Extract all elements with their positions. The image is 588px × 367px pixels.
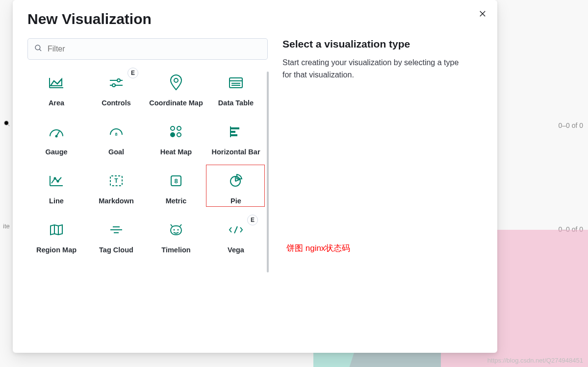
svg-point-9 <box>112 84 115 87</box>
bg-count-1: 0–0 of 0 <box>558 122 583 129</box>
viz-tile-label: Tag Cloud <box>87 246 145 254</box>
scroll-indicator[interactable] <box>267 72 269 272</box>
bg-search-icon <box>3 120 11 129</box>
metric-icon: 8 <box>169 174 183 190</box>
viz-type-grid: Area E Controls <box>27 69 268 254</box>
viz-tile-controls[interactable]: E Controls <box>87 69 145 107</box>
svg-point-16 <box>56 136 57 137</box>
timelion-icon <box>168 223 184 239</box>
pie-chart-icon <box>229 173 243 190</box>
viz-tile-markdown[interactable]: T Markdown <box>87 167 145 205</box>
line-chart-icon <box>49 174 64 190</box>
experimental-badge: E <box>128 68 138 78</box>
viz-tile-label: Metric <box>147 197 205 205</box>
viz-tile-timelion[interactable]: Timelion <box>147 216 205 254</box>
svg-point-19 <box>177 126 181 130</box>
viz-tile-label: Controls <box>87 99 145 107</box>
modal-title: New Visualization <box>27 11 483 27</box>
viz-tile-label: Vega <box>207 246 265 254</box>
new-visualization-modal: New Visualization Area <box>13 0 497 353</box>
search-icon <box>34 44 43 54</box>
viz-tile-heat-map[interactable]: Heat Map <box>147 118 205 156</box>
annotation-text: 饼图 nginx状态码 <box>286 243 350 254</box>
svg-rect-23 <box>230 127 239 129</box>
svg-line-5 <box>39 49 41 51</box>
region-map-icon <box>49 223 64 239</box>
horizontal-bar-icon <box>229 125 243 141</box>
svg-text:8: 8 <box>115 132 117 137</box>
svg-line-41 <box>234 226 237 233</box>
viz-tile-label: Gauge <box>27 148 85 156</box>
svg-point-10 <box>174 78 178 82</box>
svg-text:T: T <box>114 177 118 184</box>
viz-tile-label: Region Map <box>27 246 85 254</box>
tag-cloud-icon <box>108 224 125 237</box>
viz-tile-coordinate-map[interactable]: Coordinate Map <box>147 69 205 107</box>
viz-tile-gauge[interactable]: Gauge <box>27 118 85 156</box>
viz-tile-metric[interactable]: 8 Metric <box>147 167 205 205</box>
svg-point-26 <box>54 178 56 179</box>
viz-tile-label: Markdown <box>87 197 145 205</box>
close-button[interactable] <box>476 7 489 21</box>
svg-text:8: 8 <box>174 177 178 185</box>
viz-tile-label: Goal <box>87 148 145 156</box>
svg-point-18 <box>171 126 175 130</box>
area-chart-icon <box>48 76 65 92</box>
table-icon <box>228 76 244 91</box>
right-panel-body: Start creating your visualization by sel… <box>282 57 469 81</box>
watermark-text: https://blog.csdn.net/Q274948451 <box>487 357 583 364</box>
viz-tile-horizontal-bar[interactable]: Horizontal Bar <box>207 118 265 156</box>
svg-point-39 <box>174 229 175 231</box>
filter-input[interactable] <box>48 45 261 53</box>
svg-point-27 <box>57 181 59 182</box>
viz-tile-label: Line <box>27 197 85 205</box>
vega-icon <box>228 224 244 238</box>
viz-tile-region-map[interactable]: Region Map <box>27 216 85 254</box>
viz-tile-pie[interactable]: Pie <box>207 167 265 205</box>
viz-tile-label: Heat Map <box>147 148 205 156</box>
viz-tile-vega[interactable]: E Vega <box>207 216 265 254</box>
svg-rect-24 <box>230 131 235 133</box>
heatmap-icon <box>169 124 183 141</box>
experimental-badge: E <box>247 215 258 225</box>
viz-tile-label: Timelion <box>147 246 205 254</box>
controls-icon <box>108 76 125 91</box>
right-panel-heading: Select a visualization type <box>282 38 483 50</box>
svg-point-21 <box>177 133 181 137</box>
viz-tile-label: Area <box>27 99 85 107</box>
bg-left-hint: ite <box>3 222 10 230</box>
gauge-icon <box>48 125 65 140</box>
viz-tile-label: Horizontal Bar <box>207 148 265 156</box>
viz-tile-tag-cloud[interactable]: Tag Cloud <box>87 216 145 254</box>
viz-tile-label: Pie <box>207 197 265 205</box>
markdown-icon: T <box>108 174 124 190</box>
svg-rect-25 <box>230 134 237 136</box>
svg-point-40 <box>178 229 179 231</box>
viz-tile-area[interactable]: Area <box>27 69 85 107</box>
viz-tile-label: Data Table <box>207 99 265 107</box>
map-pin-icon <box>169 74 183 93</box>
svg-point-20 <box>171 133 175 137</box>
viz-tile-label: Coordinate Map <box>147 99 205 107</box>
viz-tile-line[interactable]: Line <box>27 167 85 205</box>
svg-line-1 <box>8 124 9 126</box>
filter-box[interactable] <box>27 38 268 60</box>
viz-tile-goal[interactable]: 8 Goal <box>87 118 145 156</box>
viz-tile-data-table[interactable]: Data Table <box>207 69 265 107</box>
svg-point-7 <box>117 79 120 82</box>
goal-icon: 8 <box>108 125 125 141</box>
